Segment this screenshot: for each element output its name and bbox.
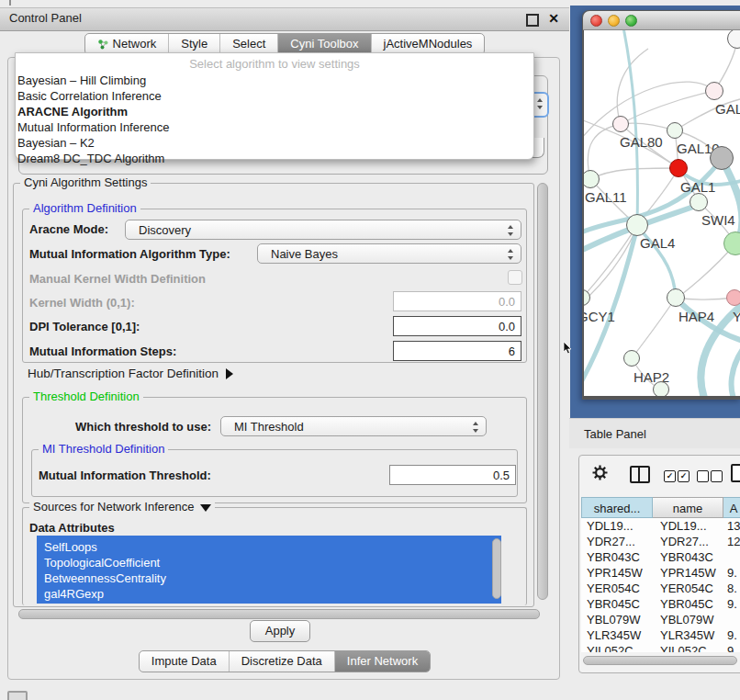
close-icon[interactable]: ✕ (548, 11, 559, 26)
minimize-traffic-light[interactable] (608, 15, 620, 27)
mi-threshold-field[interactable]: 0.5 (389, 465, 516, 485)
table-cell[interactable]: 9. (727, 565, 740, 581)
table-cell[interactable] (727, 612, 740, 627)
hide-columns-icon[interactable] (697, 469, 723, 482)
table-cell[interactable]: 12 (727, 534, 740, 549)
network-node[interactable] (626, 214, 648, 236)
network-node[interactable] (726, 289, 740, 306)
show-columns-icon[interactable]: ✓✓ (664, 469, 690, 482)
table-cell[interactable]: YBL079W (587, 612, 651, 627)
table-cell[interactable]: YBR043C (660, 549, 723, 565)
column-header-name[interactable]: name (653, 497, 723, 518)
which-threshold-combo[interactable]: MI Threshold (220, 416, 487, 436)
table-cell[interactable]: 8. (727, 581, 740, 596)
column-header-partial[interactable]: A (723, 497, 740, 518)
aracne-mode-combo[interactable]: Discovery (125, 220, 521, 240)
network-node[interactable] (653, 381, 669, 396)
table-row[interactable]: YDL19...YDL19...13 (581, 518, 740, 534)
column-layout-icon[interactable] (630, 466, 650, 483)
gear-icon[interactable] (592, 465, 608, 483)
table-row[interactable]: YLR345WYLR345W9. (581, 627, 740, 643)
network-node[interactable] (705, 82, 723, 100)
table-cell[interactable]: YDR27... (660, 534, 723, 549)
table-row[interactable]: YBL079WYBL079W (581, 612, 740, 627)
table-cell[interactable]: 9. (727, 596, 740, 612)
table-cell[interactable]: YPR145W (587, 565, 651, 581)
table-row[interactable]: YDR27...YDR27...12 (581, 534, 740, 549)
table-row[interactable]: YER054CYER054C8. (581, 581, 740, 596)
table-cell[interactable]: YDL19... (587, 518, 651, 534)
list-item[interactable]: TopologicalCoefficient (37, 555, 501, 570)
table-cell[interactable]: YBL079W (660, 612, 723, 627)
new-table-icon[interactable] (731, 464, 740, 482)
table-cell[interactable]: YER054C (660, 581, 723, 596)
data-attributes-list[interactable]: SelfLoops TopologicalCoefficient Between… (37, 536, 501, 604)
tab-network[interactable]: Network (85, 34, 169, 54)
dropdown-item[interactable]: Mutual Information Inference (17, 119, 530, 135)
sources-collapse-toggle[interactable]: Sources for Network Inference (29, 501, 215, 514)
minimized-panel-icon[interactable] (7, 691, 28, 700)
tab-jactivemnodules[interactable]: jActiveMNodules (371, 34, 485, 54)
table-row[interactable]: YPR145WYPR145W9. (581, 565, 740, 581)
tab-style[interactable]: Style (168, 34, 219, 54)
table-cell[interactable]: 9. (727, 627, 740, 643)
table-cell[interactable]: YIL052C (587, 643, 651, 652)
kernel-width-field[interactable]: 0.0 (393, 291, 521, 311)
table-cell[interactable]: 13 (727, 518, 740, 534)
dropdown-item-selected[interactable]: ARACNE Algorithm (17, 104, 530, 119)
network-node[interactable] (669, 159, 688, 177)
dropdown-item[interactable]: Dream8 DC_TDC Algorithm (17, 151, 530, 166)
apply-button[interactable]: Apply (250, 620, 310, 642)
table-row[interactable]: YBR045CYBR045C9. (581, 596, 740, 612)
table-cell[interactable]: YBR043C (587, 549, 651, 565)
tab-cyni-toolbox[interactable]: Cyni Toolbox (277, 34, 370, 54)
table-body[interactable]: YDL19...YDL19...13YDR27...YDR27...12YBR0… (581, 518, 740, 652)
table-cell[interactable]: YDR27... (587, 534, 651, 549)
settings-vscrollbar[interactable] (537, 183, 548, 600)
network-node[interactable] (667, 288, 685, 307)
table-cell[interactable]: YBR045C (660, 596, 723, 612)
table-cell[interactable]: YLR345W (587, 627, 651, 643)
network-node[interactable] (690, 193, 708, 211)
table-cell[interactable]: YER054C (587, 581, 651, 596)
hub-definition-expander[interactable]: Hub/Transcription Factor Definition (28, 367, 233, 380)
float-window-icon[interactable] (526, 14, 539, 27)
dropdown-item[interactable]: Bayesian – K2 (17, 135, 530, 151)
table-cell[interactable]: YPR145W (660, 565, 723, 581)
network-node[interactable] (612, 116, 629, 132)
column-header-shared-name[interactable]: shared... (581, 497, 653, 518)
network-window[interactable]: GAL7GAL80GAL10GAL1GAL11SWI4GAL4GCY1HAP4Y… (582, 10, 740, 400)
dropdown-item[interactable]: Bayesian – Hill Climbing (17, 73, 530, 88)
table-cell[interactable] (727, 549, 740, 565)
network-node[interactable] (623, 350, 640, 367)
mi-steps-field[interactable]: 6 (393, 341, 521, 361)
tab-discretize-data[interactable]: Discretize Data (229, 651, 334, 672)
network-canvas[interactable]: GAL7GAL80GAL10GAL1GAL11SWI4GAL4GCY1HAP4Y… (584, 30, 740, 396)
network-window-titlebar[interactable] (583, 11, 740, 30)
table-cell[interactable]: 9. (727, 643, 740, 652)
close-traffic-light[interactable] (590, 15, 602, 27)
network-node[interactable] (667, 122, 683, 139)
settings-hscrollbar[interactable] (18, 609, 540, 619)
table-row[interactable]: YIL052CYIL052C9. (581, 643, 740, 652)
mi-type-combo[interactable]: Naive Bayes (257, 243, 521, 264)
list-item[interactable]: SelfLoops (37, 539, 501, 555)
algorithm-dropdown-popup[interactable]: Select algorithm to view settings Bayesi… (15, 52, 534, 160)
table-cell[interactable]: YBR045C (587, 596, 651, 612)
table-cell[interactable]: YLR345W (660, 627, 723, 643)
tab-select[interactable]: Select (219, 34, 277, 54)
table-row[interactable]: YBR043CYBR043C (581, 549, 740, 565)
zoom-traffic-light[interactable] (625, 15, 637, 27)
dpi-tolerance-field[interactable]: 0.0 (393, 316, 521, 336)
table-hscrollbar[interactable] (583, 656, 737, 665)
list-vscrollbar[interactable] (492, 538, 501, 599)
tab-impute-data[interactable]: Impute Data (140, 651, 229, 672)
manual-kernel-checkbox[interactable] (508, 270, 522, 285)
tab-infer-network[interactable]: Infer Network (334, 651, 430, 672)
list-item[interactable]: gal4RGexp (37, 586, 501, 602)
network-node[interactable] (710, 146, 734, 170)
table-cell[interactable]: YDL19... (660, 518, 723, 534)
table-cell[interactable]: YIL052C (660, 643, 723, 652)
list-item[interactable]: BetweennessCentrality (37, 570, 501, 586)
dropdown-item[interactable]: Basic Correlation Inference (17, 88, 530, 104)
